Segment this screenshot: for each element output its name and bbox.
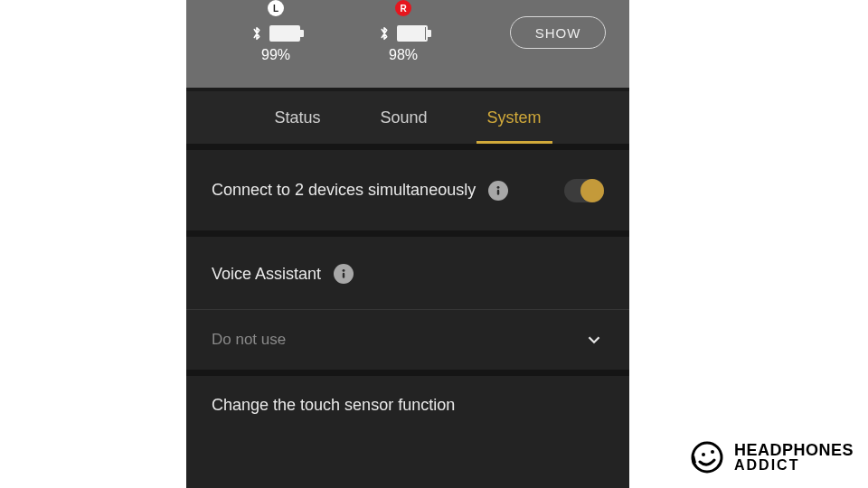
voice-assistant-section: Voice Assistant Do not use [186, 230, 629, 370]
svg-point-2 [343, 269, 345, 272]
logo-text-line2: ADDICT [734, 458, 854, 473]
bluetooth-icon [251, 25, 262, 42]
voice-assistant-label: Voice Assistant [212, 265, 321, 284]
tab-system[interactable]: System [484, 91, 545, 144]
info-icon[interactable] [334, 264, 354, 284]
chevron-down-icon [584, 330, 604, 350]
tab-sound[interactable]: Sound [376, 91, 430, 144]
touch-sensor-row[interactable]: Change the touch sensor function [186, 370, 629, 488]
tab-status[interactable]: Status [270, 91, 324, 144]
svg-point-6 [711, 450, 714, 454]
tab-bar: Status Sound System [186, 88, 629, 144]
left-battery-percent: 99% [261, 47, 290, 63]
watermark-logo: HEADPHONES ADDICT [689, 439, 854, 475]
multipoint-label: Connect to 2 devices simultaneously [212, 181, 476, 200]
left-badge: L [268, 0, 284, 16]
voice-assistant-dropdown[interactable]: Do not use [186, 309, 629, 370]
right-badge: R [395, 0, 411, 16]
battery-icon [397, 25, 428, 42]
touch-sensor-label: Change the touch sensor function [212, 396, 455, 415]
show-button[interactable]: SHOW [510, 16, 606, 49]
svg-rect-1 [497, 189, 499, 194]
app-screen: L 99% R 98% SHOW [186, 0, 629, 488]
logo-icon [689, 439, 725, 475]
multipoint-toggle[interactable] [564, 179, 604, 202]
battery-icon [269, 25, 300, 42]
voice-assistant-selected: Do not use [212, 331, 286, 349]
left-earbud-status: L 99% [251, 0, 300, 63]
multipoint-row: Connect to 2 devices simultaneously [186, 144, 629, 230]
info-icon[interactable] [488, 181, 508, 201]
svg-point-4 [693, 443, 722, 472]
right-earbud-status: R 98% [379, 0, 428, 63]
status-header: L 99% R 98% SHOW [186, 0, 629, 88]
logo-text-line1: HEADPHONES [734, 442, 854, 458]
svg-point-5 [702, 453, 705, 456]
svg-point-0 [497, 185, 500, 188]
bluetooth-icon [379, 25, 390, 42]
right-battery-percent: 98% [389, 47, 418, 63]
svg-rect-3 [343, 273, 344, 278]
